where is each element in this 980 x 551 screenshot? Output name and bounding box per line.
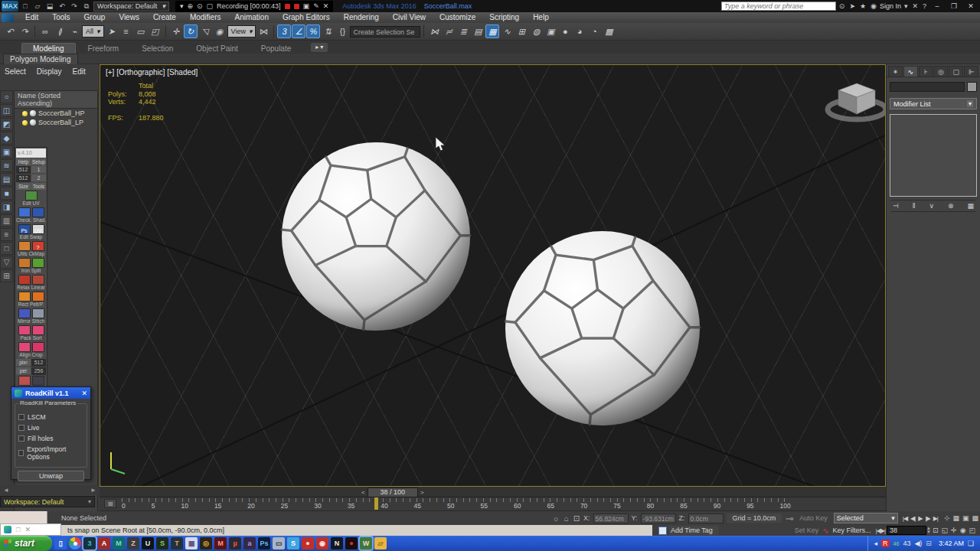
history-button[interactable]: ↶	[3, 24, 17, 38]
select-tool-button[interactable]: ◰	[149, 24, 162, 38]
command-panel-tab[interactable]: ▢	[949, 66, 963, 77]
absolute-mode-icon[interactable]: ⊡	[573, 514, 580, 523]
explorer-tool-icon[interactable]: ▤	[0, 173, 13, 186]
textools-size-menu[interactable]: Size	[16, 183, 31, 190]
chevron-down-icon[interactable]: ▾	[180, 2, 184, 10]
named-selection-icon[interactable]: {}	[335, 24, 349, 38]
app-icon[interactable]: ●	[302, 537, 314, 549]
textools-setup-button[interactable]: Setup	[31, 158, 46, 165]
textools-tool-row[interactable]: Check. Shad.	[16, 207, 46, 223]
checkbox-icon[interactable]	[18, 414, 24, 420]
snap-toggle-button[interactable]: 3	[277, 24, 291, 38]
toolbar-button[interactable]: ◕	[573, 24, 586, 38]
recorder-icon[interactable]: W	[360, 537, 372, 549]
object-color-swatch[interactable]	[967, 82, 977, 92]
command-panel-tab[interactable]: ◎	[933, 66, 948, 77]
stack-tool-button[interactable]: ⊣	[893, 202, 899, 210]
menu-item[interactable]: Customize	[433, 13, 482, 21]
textools-help-button[interactable]: Help	[16, 158, 31, 165]
roadkill-checkbox[interactable]: Live	[18, 424, 83, 432]
menu-item[interactable]: Graph Editors	[276, 13, 337, 21]
ribbon-tab[interactable]: Object Paint	[185, 44, 248, 54]
reference-coordinate-dropdown[interactable]: View▾	[227, 25, 256, 37]
playback-button[interactable]: ▶|	[932, 515, 939, 522]
x-coordinate-field[interactable]: 56.824cm	[593, 514, 629, 523]
explorer-column-header[interactable]: Name (Sorted Ascending)	[15, 91, 97, 109]
stack-tool-button[interactable]: ‖	[913, 202, 916, 210]
new-file-icon[interactable]: □	[20, 2, 31, 11]
time-slider[interactable]: < 38 / 100 >	[359, 487, 426, 497]
skype-icon[interactable]: S	[287, 537, 299, 549]
viewport-nav-button[interactable]: ▩	[970, 514, 980, 522]
3dsmax-taskbar-icon[interactable]: 3	[83, 537, 96, 549]
workspace-dropdown[interactable]: Workspace: Default▾	[93, 2, 169, 11]
explorer-tool-icon[interactable]: ◆	[0, 132, 13, 145]
key-filters-button[interactable]: Key Filters...	[830, 527, 874, 534]
checkbox-icon[interactable]	[18, 425, 24, 431]
app-icon[interactable]: M	[214, 537, 227, 549]
textools-tool-row[interactable]: Pack Sort	[16, 325, 46, 341]
textools-tool-row[interactable]: ? Utils CkMap	[16, 241, 46, 257]
explorer-tool-icon[interactable]: □	[0, 242, 13, 255]
snap-toggle-button[interactable]: %	[306, 24, 320, 38]
toolbar-button[interactable]: ▦	[485, 24, 499, 38]
transform-tool-button[interactable]: ↻	[184, 24, 198, 38]
volume-icon[interactable]: ◀)	[914, 540, 922, 547]
explorer-tool-icon[interactable]: ≋	[0, 159, 13, 172]
textools-pix-button[interactable]: pix²	[16, 359, 31, 366]
magnifier-icon[interactable]: ⊙	[197, 2, 203, 10]
explorer-menu-item[interactable]: Select	[5, 67, 26, 76]
explorer-tool-icon[interactable]: ▣	[0, 145, 13, 158]
set-key-filter-icon[interactable]: ∿	[822, 527, 829, 535]
textools-tool-row[interactable]: Relax Linear	[16, 275, 46, 291]
chrome-icon[interactable]	[69, 537, 81, 549]
network-icon[interactable]: ⊟	[926, 540, 932, 547]
record-icon[interactable]	[285, 4, 290, 9]
max-logo-icon[interactable]: MAX	[2, 1, 18, 11]
transform-tool-button[interactable]: ◹	[198, 24, 212, 38]
tray-clock[interactable]: 3:42 AM	[939, 540, 964, 547]
command-panel-tab[interactable]: ⊩	[964, 66, 978, 77]
menu-item[interactable]: Help	[526, 13, 556, 21]
stack-tool-button[interactable]: ▦	[967, 202, 974, 210]
explorer-tool-icon[interactable]: ■	[0, 187, 13, 200]
close-icon[interactable]: ✕	[81, 390, 87, 397]
textools-pix-field[interactable]: 512	[31, 359, 46, 367]
tray-arrow-icon[interactable]: ◂	[874, 540, 878, 547]
roadkill-checkbox[interactable]: Export/Import Options	[18, 445, 83, 461]
explorer-tool-icon[interactable]: ◨	[0, 201, 13, 214]
chevron-down-icon[interactable]: ▾	[903, 2, 910, 10]
menu-item[interactable]: Animation	[227, 13, 275, 21]
textools-tool-row[interactable]: PsUV Edit Swap	[16, 224, 46, 240]
time-slider-frame[interactable]: 38 / 100	[368, 487, 419, 497]
visibility-bulb-icon[interactable]	[22, 111, 28, 116]
pencil-icon[interactable]: ✎	[313, 2, 319, 10]
textools-tools-menu[interactable]: Tools	[31, 183, 46, 190]
mirror-button[interactable]: ⋈	[256, 24, 270, 38]
explorer-tool-icon[interactable]: ◩	[0, 118, 13, 131]
transform-tool-button[interactable]: ✛	[169, 24, 183, 38]
selection-lock-icon[interactable]: ⌂	[564, 514, 570, 523]
stop-icon[interactable]	[294, 4, 299, 9]
checkbox-icon[interactable]	[18, 450, 24, 456]
track-bar[interactable]: ⊞ 05101520253035404550556065707580859095…	[100, 497, 886, 511]
region-icon[interactable]: ▢	[207, 2, 214, 10]
menu-item[interactable]: Views	[112, 13, 146, 21]
app-icon[interactable]: ◉	[316, 537, 328, 549]
ribbon-tab[interactable]: Freeform	[77, 44, 130, 54]
playback-button[interactable]: ▶	[916, 515, 923, 522]
explorer-tool-icon[interactable]: ▽	[0, 256, 13, 269]
exchange-icon[interactable]: ✕	[910, 2, 920, 10]
app-icon[interactable]: ◎	[200, 537, 212, 549]
link-button[interactable]: ≬	[53, 24, 67, 38]
transform-tool-button[interactable]: ◉	[213, 24, 227, 38]
textools-tool-row[interactable]: Rect Pelt/P.	[16, 292, 46, 308]
unwrap-button[interactable]: Unwrap	[18, 471, 84, 481]
viewport-nav-button[interactable]: ▣	[961, 514, 971, 522]
textools-per-button[interactable]: per	[16, 367, 31, 374]
z-coordinate-field[interactable]: 0.0cm	[688, 514, 724, 523]
star-icon[interactable]: ★	[858, 2, 867, 10]
toolbar-button[interactable]: ▣	[544, 24, 557, 38]
current-frame-field[interactable]: 38	[887, 526, 926, 535]
select-tool-button[interactable]: ≡	[119, 24, 133, 38]
